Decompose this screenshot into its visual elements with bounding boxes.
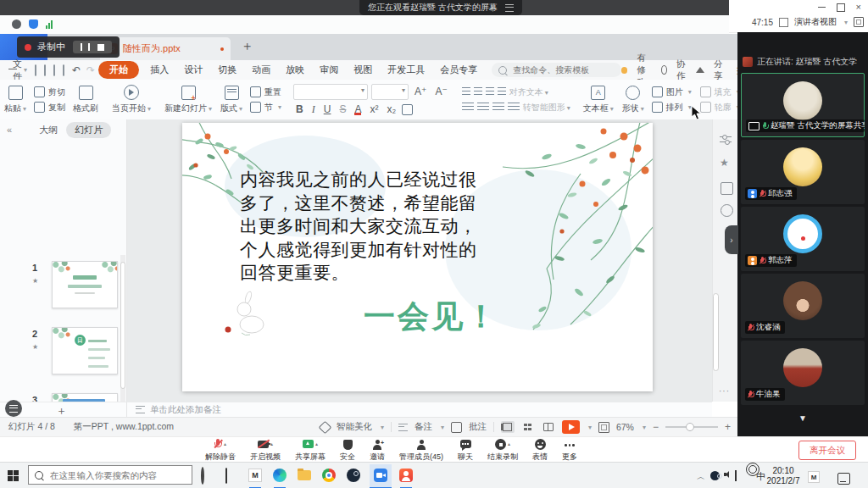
file-menu[interactable]: 文件 [13, 58, 22, 83]
stop-recording-button[interactable]: ▴ 结束录制 [487, 439, 518, 463]
document-tab[interactable]: P 随性而为.pptx [100, 37, 231, 60]
print-icon[interactable] [53, 64, 55, 76]
pause-record-icon[interactable] [81, 43, 90, 51]
manage-members-button[interactable]: 管理成员(45) [399, 439, 443, 463]
fit-window-icon[interactable] [598, 422, 609, 433]
number-list-icon[interactable] [474, 87, 482, 97]
ribbon-tab-animation[interactable]: 动画 [244, 64, 278, 76]
output-icon[interactable] [44, 64, 46, 76]
start-button[interactable] [8, 470, 19, 481]
new-tab-button[interactable]: ＋ [241, 38, 253, 54]
copy-button[interactable]: 复制 [34, 102, 65, 114]
unmute-button[interactable]: ▴ 解除静音 [205, 439, 236, 463]
layout-button[interactable]: 版式▾ [216, 80, 247, 119]
arrange-button[interactable]: 排列▾ [652, 102, 692, 114]
chevron-down-icon[interactable]: ▾ [844, 19, 848, 26]
tray-steam-icon[interactable] [710, 471, 720, 480]
zoom-knob[interactable] [686, 423, 694, 431]
tray-im-icon[interactable]: M [808, 471, 820, 483]
slide-4[interactable]: 内容我见之前的人已经说过很 多了，这里不赘述，希望能留 出更多时间和大家交流互动… [182, 123, 653, 391]
more-button[interactable]: 更多 [562, 439, 577, 463]
minimize-icon[interactable] [818, 7, 826, 8]
command-search[interactable] [492, 63, 621, 77]
notes-toggle[interactable]: 备注 [415, 421, 432, 433]
reset-button[interactable]: 重置 [250, 86, 281, 98]
participant-tile-2[interactable]: 邱志强 [741, 140, 865, 204]
cortana-icon[interactable] [201, 469, 215, 483]
wps-app-icon[interactable] [399, 469, 414, 483]
sorter-view-button[interactable] [521, 421, 535, 433]
participant-tile-3[interactable]: 郭志萍 [741, 207, 865, 271]
stop-record-icon[interactable] [97, 44, 104, 51]
share-button[interactable]: 分享 [714, 58, 724, 82]
preview-icon[interactable] [63, 64, 64, 76]
command-search-input[interactable] [511, 64, 615, 75]
subscript-button[interactable]: x₂ [384, 103, 398, 115]
bullet-list-icon[interactable] [462, 87, 470, 97]
battery-icon[interactable] [735, 471, 737, 480]
bold-button[interactable]: B [293, 103, 306, 115]
ribbon-tab-insert[interactable]: 插入 [142, 64, 176, 76]
reading-view-button[interactable] [542, 421, 555, 433]
collaborate-button[interactable]: 协作 [676, 58, 687, 82]
italic-button[interactable]: I [309, 103, 318, 116]
chat-button[interactable]: 聊天 [458, 439, 473, 463]
share-screen-button[interactable]: ▴ 共享屏幕 [295, 439, 326, 463]
zoom-out-button[interactable]: − [653, 421, 659, 433]
effects-star-icon[interactable]: ★ [720, 157, 729, 169]
justify-icon[interactable] [508, 103, 520, 112]
shapes-button[interactable]: 形状▾ [618, 80, 648, 119]
ribbon-tab-home[interactable]: 开始 [98, 61, 139, 79]
beautify-button[interactable]: 智能美化 [337, 421, 372, 433]
close-icon[interactable]: × [856, 3, 861, 12]
align-text-button[interactable]: 对齐文本▾ [509, 86, 548, 98]
align-center-icon[interactable] [477, 103, 489, 112]
new-slide-button[interactable]: 新建幻灯片▾ [160, 80, 216, 119]
slide-farewell-text[interactable]: 一会见！ [364, 296, 499, 338]
align-left-icon[interactable] [462, 103, 474, 112]
zoom-slider[interactable] [665, 426, 718, 428]
taskbar-clock[interactable]: 20:10 2021/2/7 [764, 466, 803, 485]
section-button[interactable]: 节▾ [250, 102, 281, 114]
undo-icon[interactable]: ↶ [72, 64, 81, 76]
fill-button[interactable]: 填充▾ [700, 86, 737, 98]
maximize-icon[interactable] [837, 3, 845, 12]
edge-icon[interactable] [273, 469, 287, 483]
underline-button[interactable]: U [321, 103, 334, 115]
view-mode-selector[interactable]: 演讲者视图 [794, 16, 837, 28]
chrome-icon[interactable] [322, 469, 337, 483]
mirror-view-icon[interactable] [721, 182, 733, 195]
play-from-current-button[interactable]: 当页开始▾ [108, 80, 155, 119]
scroll-down-icon[interactable]: ▼ [737, 413, 868, 423]
smart-graphic-button[interactable]: 转智能图形▾ [523, 102, 570, 114]
font-size-combo[interactable] [371, 84, 409, 100]
text-box-button[interactable]: A 文本框▾ [579, 80, 618, 119]
slide-sorter-button[interactable] [5, 400, 22, 417]
ribbon-tab-review[interactable]: 审阅 [312, 64, 346, 76]
superscript-button[interactable]: x² [367, 103, 381, 115]
canvas-scrollbar[interactable] [713, 119, 719, 402]
taskbar-search[interactable] [28, 465, 192, 485]
ribbon-tab-devtools[interactable]: 开发工具 [380, 64, 432, 76]
emoji-button[interactable]: 表情 [532, 439, 548, 463]
sidebar-collapse-handle[interactable]: › [725, 225, 738, 254]
invite-button[interactable]: + 邀请 [370, 439, 385, 463]
tab-outline[interactable]: 大纲 [39, 124, 58, 136]
leave-meeting-button[interactable]: 离开会议 [798, 441, 856, 460]
slide-thumb-2[interactable]: 目 [52, 327, 118, 374]
more-tools-icon[interactable]: ··· [719, 386, 730, 396]
im-app-icon[interactable]: M [248, 469, 263, 483]
font-color-button[interactable]: A [352, 103, 364, 115]
outline-button[interactable]: 轮廓▾ [700, 102, 737, 114]
zoom-level[interactable]: 67% [616, 422, 634, 432]
align-right-icon[interactable] [492, 103, 504, 112]
banner-menu-icon[interactable] [505, 4, 514, 12]
comments-toggle[interactable]: 批注 [469, 421, 487, 433]
fullscreen-icon[interactable] [854, 17, 864, 27]
clear-format-icon[interactable] [402, 104, 413, 115]
tab-slides[interactable]: 幻灯片 [66, 122, 111, 138]
ribbon-tab-slideshow[interactable]: 放映 [278, 64, 312, 76]
ribbon-tab-transition[interactable]: 切换 [210, 64, 244, 76]
zoom-in-button[interactable]: + [725, 421, 731, 433]
taskbar-search-input[interactable] [48, 469, 179, 481]
